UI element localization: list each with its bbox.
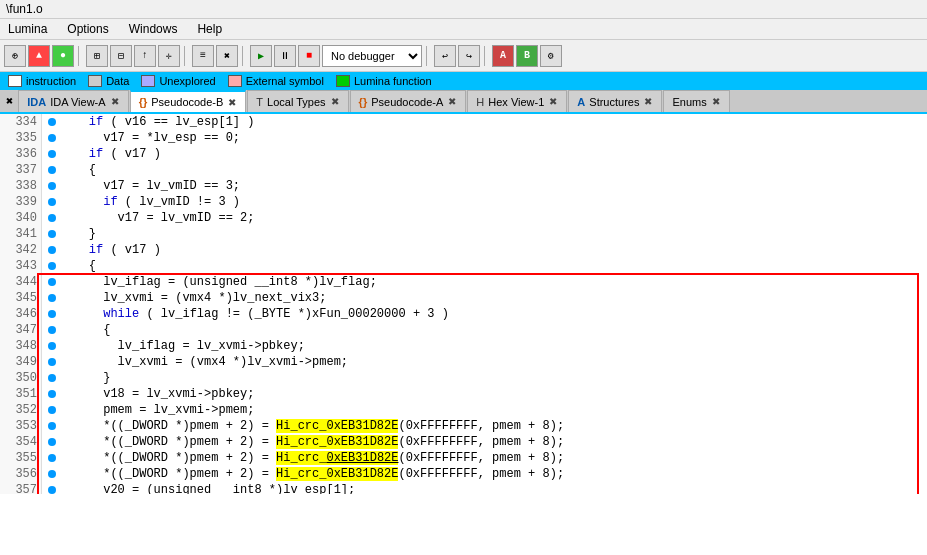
separator-5 — [484, 46, 488, 66]
dot-351 — [48, 390, 56, 398]
tab-icon-ida: IDA — [27, 96, 46, 108]
tab-label-structures: Structures — [589, 96, 639, 108]
dot-341 — [48, 230, 56, 238]
tab-pseudocode-a[interactable]: {} Pseudocode-A ✖ — [350, 90, 467, 112]
dot-345 — [48, 294, 56, 302]
dot-339 — [48, 198, 56, 206]
dot-349 — [48, 358, 56, 366]
separator-1 — [78, 46, 82, 66]
dot-348 — [48, 342, 56, 350]
code-line-337: { — [48, 162, 921, 178]
code-line-334: if ( v16 == lv_esp[1] ) — [48, 114, 921, 130]
code-line-352: pmem = lv_xvmi->pmem; — [48, 402, 921, 418]
toolbar-btn-6[interactable]: ↑ — [134, 45, 156, 67]
dot-355 — [48, 454, 56, 462]
toolbar-btn-7[interactable]: ✛ — [158, 45, 180, 67]
tab-close-pseudocode-a[interactable]: ✖ — [447, 96, 457, 107]
code-line-357: v20 = (unsigned __int8 *)lv_esp[1]; — [48, 482, 921, 494]
toolbar-btn-9[interactable]: ✖ — [216, 45, 238, 67]
dot-347 — [48, 326, 56, 334]
toolbar-btn-1[interactable]: ⊕ — [4, 45, 26, 67]
dot-354 — [48, 438, 56, 446]
legend-color-unexplored — [141, 75, 155, 87]
toolbar-btn-pause[interactable]: ⏸ — [274, 45, 296, 67]
legend-color-instruction — [8, 75, 22, 87]
menu-windows[interactable]: Windows — [125, 21, 182, 37]
menu-lumina[interactable]: Lumina — [4, 21, 51, 37]
dot-353 — [48, 422, 56, 430]
tab-icon-pseudo-a: {} — [359, 96, 368, 108]
dot-346 — [48, 310, 56, 318]
dot-340 — [48, 214, 56, 222]
tab-pseudocode-b[interactable]: {} Pseudocode-B ✖ — [130, 90, 247, 112]
tab-label-hex-view-1: Hex View-1 — [488, 96, 544, 108]
tab-local-types[interactable]: T Local Types ✖ — [247, 90, 348, 112]
tab-structures[interactable]: A Structures ✖ — [568, 90, 662, 112]
code-content[interactable]: if ( v16 == lv_esp[1] ) v17 = *lv_esp ==… — [42, 114, 927, 494]
toolbar-btn-c[interactable]: ⚙ — [540, 45, 562, 67]
dot-338 — [48, 182, 56, 190]
separator-2 — [184, 46, 188, 66]
tab-icon-hex: H — [476, 96, 484, 108]
menu-bar: Lumina Options Windows Help — [0, 19, 927, 40]
tab-label-enums: Enums — [672, 96, 706, 108]
line-numbers-panel: 3343353363373383393403413423433443453463… — [0, 114, 42, 494]
toolbar-btn-3[interactable]: ● — [52, 45, 74, 67]
dot-336 — [48, 150, 56, 158]
menu-help[interactable]: Help — [193, 21, 226, 37]
tab-close-enums[interactable]: ✖ — [711, 96, 721, 107]
legend-color-lumina — [336, 75, 350, 87]
dot-342 — [48, 246, 56, 254]
toolbar-btn-step2[interactable]: ↪ — [458, 45, 480, 67]
dot-337 — [48, 166, 56, 174]
code-line-341: } — [48, 226, 921, 242]
legend-item-lumina: Lumina function — [336, 75, 432, 87]
dot-356 — [48, 470, 56, 478]
code-line-348: lv_iflag = lv_xvmi->pbkey; — [48, 338, 921, 354]
tab-icon-structures: A — [577, 96, 585, 108]
code-line-346: while ( lv_iflag != (_BYTE *)xFun_000200… — [48, 306, 921, 322]
code-area: 3343353363373383393403413423433443453463… — [0, 114, 927, 494]
dot-350 — [48, 374, 56, 382]
code-line-345: lv_xvmi = (vmx4 *)lv_next_vix3; — [48, 290, 921, 306]
legend-item-unexplored: Unexplored — [141, 75, 215, 87]
legend-item-instruction: instruction — [8, 75, 76, 87]
code-line-356: *((_DWORD *)pmem + 2) = Hi_crc_0xEB31D82… — [48, 466, 921, 482]
toolbar-btn-step[interactable]: ↩ — [434, 45, 456, 67]
tab-label-ida-view-a: IDA View-A — [50, 96, 105, 108]
toolbar-btn-4[interactable]: ⊞ — [86, 45, 108, 67]
toolbar-btn-stop[interactable]: ■ — [298, 45, 320, 67]
dot-343 — [48, 262, 56, 270]
code-line-339: if ( lv_vmID != 3 ) — [48, 194, 921, 210]
toolbar: ⊕ ▲ ● ⊞ ⊟ ↑ ✛ ≡ ✖ ▶ ⏸ ■ No debugger ↩ ↪ … — [0, 40, 927, 72]
tab-hex-view-1[interactable]: H Hex View-1 ✖ — [467, 90, 567, 112]
legend-color-external — [228, 75, 242, 87]
tab-label-local-types: Local Types — [267, 96, 326, 108]
tab-close-all[interactable]: ✖ — [2, 92, 17, 111]
toolbar-btn-5[interactable]: ⊟ — [110, 45, 132, 67]
toolbar-btn-8[interactable]: ≡ — [192, 45, 214, 67]
tab-close-ida-view-a[interactable]: ✖ — [110, 96, 120, 107]
dot-357 — [48, 486, 56, 494]
code-line-336: if ( v17 ) — [48, 146, 921, 162]
tab-enums[interactable]: Enums ✖ — [663, 90, 729, 112]
tab-close-local-types[interactable]: ✖ — [330, 96, 340, 107]
toolbar-btn-a[interactable]: A — [492, 45, 514, 67]
code-line-344: lv_iflag = (unsigned __int8 *)lv_flag; — [48, 274, 921, 290]
code-line-338: v17 = lv_vmID == 3; — [48, 178, 921, 194]
toolbar-btn-play[interactable]: ▶ — [250, 45, 272, 67]
tab-close-structures[interactable]: ✖ — [643, 96, 653, 107]
debugger-dropdown[interactable]: No debugger — [322, 45, 422, 67]
code-line-350: } — [48, 370, 921, 386]
tab-close-pseudocode-b[interactable]: ✖ — [227, 97, 237, 108]
code-line-347: { — [48, 322, 921, 338]
tab-icon-pseudo-b: {} — [139, 96, 148, 108]
toolbar-btn-b[interactable]: B — [516, 45, 538, 67]
code-line-342: if ( v17 ) — [48, 242, 921, 258]
tab-close-hex-view-1[interactable]: ✖ — [548, 96, 558, 107]
toolbar-btn-2[interactable]: ▲ — [28, 45, 50, 67]
separator-3 — [242, 46, 246, 66]
menu-options[interactable]: Options — [63, 21, 112, 37]
legend-item-external: External symbol — [228, 75, 324, 87]
tab-ida-view-a[interactable]: IDA IDA View-A ✖ — [18, 90, 128, 112]
